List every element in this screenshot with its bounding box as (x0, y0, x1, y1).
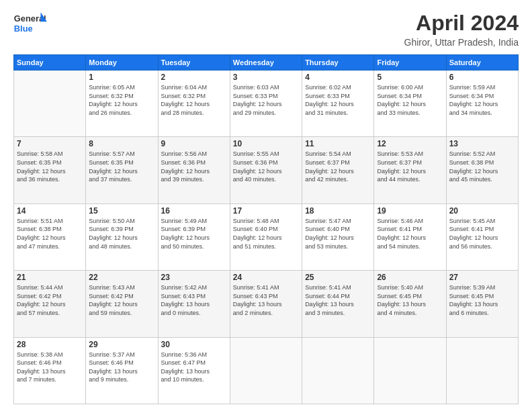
calendar-header-friday: Friday (374, 55, 446, 71)
day-number: 22 (89, 273, 154, 282)
calendar-cell (446, 337, 518, 404)
calendar-cell: 6Sunrise: 5:59 AMSunset: 6:34 PMDaylight… (446, 71, 518, 137)
calendar-cell: 10Sunrise: 5:55 AMSunset: 6:36 PMDayligh… (230, 137, 302, 203)
header: General Blue April 2024 Ghiror, Uttar Pr… (13, 11, 519, 48)
calendar-cell (14, 71, 86, 137)
day-info: Sunrise: 5:36 AMSunset: 6:47 PMDaylight:… (161, 351, 227, 384)
logo-icon: General Blue (13, 11, 54, 34)
day-number: 1 (89, 73, 154, 82)
day-number: 7 (17, 139, 83, 148)
calendar-table: SundayMondayTuesdayWednesdayThursdayFrid… (13, 54, 519, 404)
calendar-cell: 9Sunrise: 5:56 AMSunset: 6:36 PMDaylight… (158, 137, 230, 203)
calendar-cell: 4Sunrise: 6:02 AMSunset: 6:33 PMDaylight… (302, 71, 374, 137)
day-number: 23 (161, 273, 227, 282)
day-info: Sunrise: 5:40 AMSunset: 6:45 PMDaylight:… (377, 283, 443, 317)
calendar-header-wednesday: Wednesday (230, 55, 302, 71)
day-info: Sunrise: 5:44 AMSunset: 6:42 PMDaylight:… (17, 283, 83, 317)
day-info: Sunrise: 5:41 AMSunset: 6:43 PMDaylight:… (233, 283, 299, 317)
calendar-cell: 19Sunrise: 5:46 AMSunset: 6:41 PMDayligh… (374, 203, 446, 270)
day-number: 27 (449, 273, 515, 282)
day-number: 2 (161, 73, 227, 82)
svg-text:Blue: Blue (14, 24, 33, 34)
day-info: Sunrise: 5:59 AMSunset: 6:34 PMDaylight:… (449, 83, 515, 117)
calendar-cell: 27Sunrise: 5:39 AMSunset: 6:45 PMDayligh… (446, 271, 518, 337)
calendar-cell: 13Sunrise: 5:52 AMSunset: 6:38 PMDayligh… (446, 137, 518, 203)
day-number: 19 (377, 206, 443, 216)
logo: General Blue (13, 11, 54, 34)
calendar-cell: 11Sunrise: 5:54 AMSunset: 6:37 PMDayligh… (302, 137, 374, 203)
calendar-cell: 8Sunrise: 5:57 AMSunset: 6:35 PMDaylight… (86, 137, 158, 203)
calendar-cell: 29Sunrise: 5:37 AMSunset: 6:46 PMDayligh… (86, 337, 158, 404)
day-info: Sunrise: 6:03 AMSunset: 6:33 PMDaylight:… (233, 83, 299, 117)
calendar-cell (230, 337, 302, 404)
day-number: 5 (377, 73, 443, 82)
day-number: 21 (17, 273, 83, 282)
day-info: Sunrise: 5:38 AMSunset: 6:46 PMDaylight:… (17, 351, 83, 384)
calendar-cell: 26Sunrise: 5:40 AMSunset: 6:45 PMDayligh… (374, 271, 446, 337)
calendar-cell: 12Sunrise: 5:53 AMSunset: 6:37 PMDayligh… (374, 137, 446, 203)
page: General Blue April 2024 Ghiror, Uttar Pr… (0, 0, 532, 411)
calendar-header-tuesday: Tuesday (158, 55, 230, 71)
calendar-cell: 21Sunrise: 5:44 AMSunset: 6:42 PMDayligh… (14, 271, 86, 337)
calendar-cell (302, 337, 374, 404)
day-info: Sunrise: 5:55 AMSunset: 6:36 PMDaylight:… (233, 150, 299, 183)
day-number: 28 (17, 340, 83, 349)
title-section: April 2024 Ghiror, Uttar Pradesh, India (404, 11, 519, 48)
calendar-cell: 16Sunrise: 5:49 AMSunset: 6:39 PMDayligh… (158, 203, 230, 270)
calendar-cell: 3Sunrise: 6:03 AMSunset: 6:33 PMDaylight… (230, 71, 302, 137)
day-info: Sunrise: 5:51 AMSunset: 6:38 PMDaylight:… (17, 217, 83, 250)
calendar-header-saturday: Saturday (446, 55, 518, 71)
day-number: 16 (161, 206, 227, 216)
calendar-header-thursday: Thursday (302, 55, 374, 71)
calendar-cell: 22Sunrise: 5:43 AMSunset: 6:42 PMDayligh… (86, 271, 158, 337)
day-number: 20 (449, 206, 515, 216)
day-info: Sunrise: 6:02 AMSunset: 6:33 PMDaylight:… (305, 83, 371, 117)
calendar-header-sunday: Sunday (14, 55, 86, 71)
day-info: Sunrise: 5:37 AMSunset: 6:46 PMDaylight:… (89, 351, 154, 384)
calendar-cell: 20Sunrise: 5:45 AMSunset: 6:41 PMDayligh… (446, 203, 518, 270)
calendar-cell: 7Sunrise: 5:58 AMSunset: 6:35 PMDaylight… (14, 137, 86, 203)
day-number: 12 (377, 139, 443, 148)
day-number: 17 (233, 206, 299, 216)
day-number: 24 (233, 273, 299, 282)
day-number: 9 (161, 139, 227, 148)
day-number: 25 (305, 273, 371, 282)
day-number: 30 (161, 340, 227, 349)
day-number: 6 (449, 73, 515, 82)
day-info: Sunrise: 5:43 AMSunset: 6:42 PMDaylight:… (89, 283, 154, 317)
day-info: Sunrise: 5:39 AMSunset: 6:45 PMDaylight:… (449, 283, 515, 317)
subtitle: Ghiror, Uttar Pradesh, India (404, 37, 519, 48)
day-number: 18 (305, 206, 371, 216)
day-number: 14 (17, 206, 83, 216)
calendar-cell: 2Sunrise: 6:04 AMSunset: 6:32 PMDaylight… (158, 71, 230, 137)
day-number: 11 (305, 139, 371, 148)
calendar-cell: 25Sunrise: 5:41 AMSunset: 6:44 PMDayligh… (302, 271, 374, 337)
day-number: 8 (89, 139, 154, 148)
day-info: Sunrise: 5:42 AMSunset: 6:43 PMDaylight:… (161, 283, 227, 317)
calendar-header-monday: Monday (86, 55, 158, 71)
day-number: 4 (305, 73, 371, 82)
day-info: Sunrise: 5:57 AMSunset: 6:35 PMDaylight:… (89, 150, 154, 183)
day-info: Sunrise: 5:47 AMSunset: 6:40 PMDaylight:… (305, 217, 371, 250)
calendar-cell: 15Sunrise: 5:50 AMSunset: 6:39 PMDayligh… (86, 203, 158, 270)
calendar-cell: 28Sunrise: 5:38 AMSunset: 6:46 PMDayligh… (14, 337, 86, 404)
calendar-cell: 23Sunrise: 5:42 AMSunset: 6:43 PMDayligh… (158, 271, 230, 337)
calendar-cell: 14Sunrise: 5:51 AMSunset: 6:38 PMDayligh… (14, 203, 86, 270)
day-number: 3 (233, 73, 299, 82)
day-info: Sunrise: 5:45 AMSunset: 6:41 PMDaylight:… (449, 217, 515, 250)
day-info: Sunrise: 5:54 AMSunset: 6:37 PMDaylight:… (305, 150, 371, 183)
calendar-cell (374, 337, 446, 404)
day-info: Sunrise: 5:52 AMSunset: 6:38 PMDaylight:… (449, 150, 515, 183)
day-number: 13 (449, 139, 515, 148)
day-info: Sunrise: 6:00 AMSunset: 6:34 PMDaylight:… (377, 83, 443, 117)
calendar-cell: 18Sunrise: 5:47 AMSunset: 6:40 PMDayligh… (302, 203, 374, 270)
day-info: Sunrise: 5:46 AMSunset: 6:41 PMDaylight:… (377, 217, 443, 250)
calendar-cell: 5Sunrise: 6:00 AMSunset: 6:34 PMDaylight… (374, 71, 446, 137)
day-number: 26 (377, 273, 443, 282)
calendar-cell: 30Sunrise: 5:36 AMSunset: 6:47 PMDayligh… (158, 337, 230, 404)
main-title: April 2024 (404, 11, 519, 36)
calendar-cell: 24Sunrise: 5:41 AMSunset: 6:43 PMDayligh… (230, 271, 302, 337)
day-info: Sunrise: 5:58 AMSunset: 6:35 PMDaylight:… (17, 150, 83, 183)
day-number: 10 (233, 139, 299, 148)
day-info: Sunrise: 5:48 AMSunset: 6:40 PMDaylight:… (233, 217, 299, 250)
